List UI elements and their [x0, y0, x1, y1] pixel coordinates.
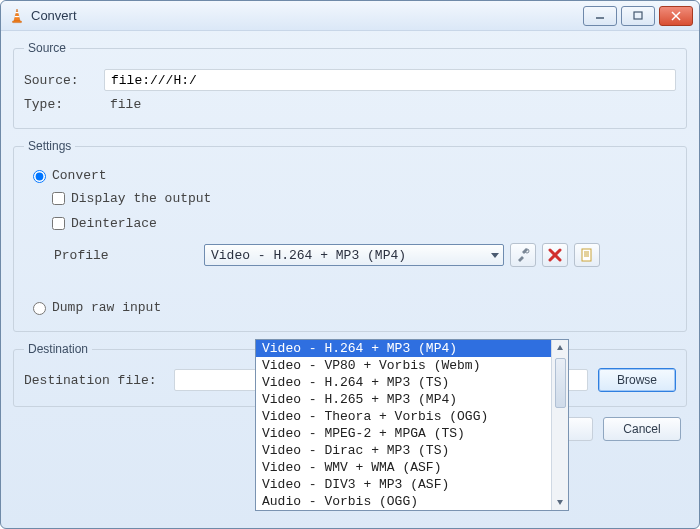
svg-marker-15: [557, 345, 563, 350]
titlebar: Convert: [1, 1, 699, 31]
tools-icon: [516, 248, 530, 262]
minimize-button[interactable]: [583, 6, 617, 26]
browse-button[interactable]: Browse: [598, 368, 676, 392]
svg-rect-3: [13, 21, 22, 23]
edit-profile-button[interactable]: [510, 243, 536, 267]
profile-option[interactable]: Video - MPEG-2 + MPGA (TS): [256, 425, 551, 442]
svg-rect-11: [582, 249, 591, 261]
display-output-label: Display the output: [71, 191, 211, 206]
svg-marker-0: [14, 9, 20, 21]
scroll-up-icon[interactable]: [552, 340, 568, 356]
profile-option[interactable]: Video - H.264 + MP3 (MP4): [256, 340, 551, 357]
settings-legend: Settings: [24, 139, 75, 153]
window-controls: [583, 6, 693, 26]
profile-label: Profile: [54, 248, 204, 263]
svg-rect-5: [634, 12, 642, 19]
svg-rect-1: [15, 12, 19, 13]
deinterlace-label: Deinterlace: [71, 216, 157, 231]
maximize-button[interactable]: [621, 6, 655, 26]
chevron-down-icon: [491, 253, 499, 258]
source-input[interactable]: [104, 69, 676, 91]
profile-option[interactable]: Video - H.265 + MP3 (MP4): [256, 391, 551, 408]
profile-option[interactable]: Audio - Vorbis (OGG): [256, 493, 551, 510]
profile-option[interactable]: Video - H.264 + MP3 (TS): [256, 374, 551, 391]
content-area: Source Source: Type: file Settings Conve…: [1, 31, 699, 528]
source-label: Source:: [24, 73, 104, 88]
convert-window: Convert Source Source: Type: file: [0, 0, 700, 529]
deinterlace-checkbox[interactable]: [52, 217, 65, 230]
profile-selected-text: Video - H.264 + MP3 (MP4): [211, 248, 406, 263]
settings-group: Settings Convert Display the output Dein…: [13, 139, 687, 332]
vlc-cone-icon: [9, 8, 25, 24]
type-value: file: [104, 97, 141, 112]
profile-option[interactable]: Video - VP80 + Vorbis (Webm): [256, 357, 551, 374]
source-group: Source Source: Type: file: [13, 41, 687, 129]
profile-option[interactable]: Video - DIV3 + MP3 (ASF): [256, 476, 551, 493]
svg-rect-2: [15, 16, 20, 17]
convert-radio-label: Convert: [52, 168, 107, 183]
destination-label: Destination file:: [24, 373, 174, 388]
destination-legend: Destination: [24, 342, 92, 356]
scroll-down-icon[interactable]: [552, 494, 568, 510]
source-legend: Source: [24, 41, 70, 55]
cancel-button[interactable]: Cancel: [603, 417, 681, 441]
window-title: Convert: [31, 8, 77, 23]
dump-radio[interactable]: [33, 302, 46, 315]
dump-radio-row[interactable]: Dump raw input: [28, 299, 676, 315]
profile-option[interactable]: Video - Theora + Vorbis (OGG): [256, 408, 551, 425]
new-profile-icon: [580, 248, 594, 262]
profile-dropdown[interactable]: Video - H.264 + MP3 (MP4)Video - VP80 + …: [255, 339, 569, 511]
delete-profile-button[interactable]: [542, 243, 568, 267]
profile-row: Profile Video - H.264 + MP3 (MP4): [54, 243, 676, 267]
convert-radio[interactable]: [33, 170, 46, 183]
profile-option[interactable]: Video - WMV + WMA (ASF): [256, 459, 551, 476]
type-label: Type:: [24, 97, 104, 112]
deinterlace-row[interactable]: Deinterlace: [48, 214, 676, 233]
profile-option[interactable]: Video - Dirac + MP3 (TS): [256, 442, 551, 459]
profile-combobox[interactable]: Video - H.264 + MP3 (MP4): [204, 244, 504, 266]
delete-icon: [548, 248, 562, 262]
convert-radio-row[interactable]: Convert: [28, 167, 676, 183]
display-output-checkbox[interactable]: [52, 192, 65, 205]
dump-radio-label: Dump raw input: [52, 300, 161, 315]
profile-dropdown-list: Video - H.264 + MP3 (MP4)Video - VP80 + …: [256, 340, 551, 510]
close-button[interactable]: [659, 6, 693, 26]
scroll-thumb[interactable]: [555, 358, 566, 408]
svg-marker-16: [557, 500, 563, 505]
display-output-row[interactable]: Display the output: [48, 189, 676, 208]
new-profile-button[interactable]: [574, 243, 600, 267]
scrollbar[interactable]: [551, 340, 568, 510]
